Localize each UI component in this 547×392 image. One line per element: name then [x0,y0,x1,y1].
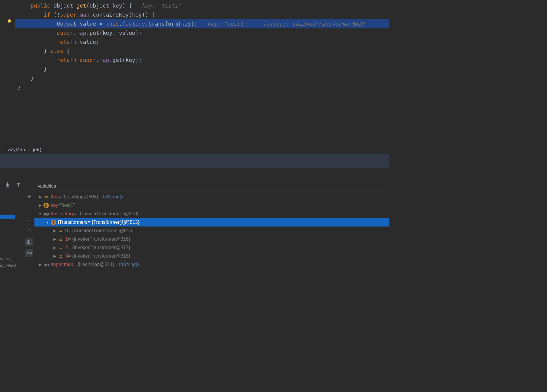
frame-label[interactable]: eyvalue) [0,262,18,269]
expand-icon[interactable]: ▶ [52,254,57,258]
object-icon: ≣ [58,236,63,242]
variable-row[interactable]: ▶ ≣ this = {LazyMap@808} … toString() [34,193,389,201]
intention-bulb-icon[interactable] [7,19,12,24]
code-line-current: Object value = this.factory.transform(ke… [15,19,389,28]
variable-row[interactable]: ▶ ≣ 3 = {InvokerTransformer@818} [34,252,389,260]
glasses-icon[interactable]: ⌀⌀ [25,249,33,257]
breadcrumb-class[interactable]: LazyMap [5,147,25,153]
code-line: if (!super.map.containsKey(key)) { [15,10,389,19]
chevron-up-icon[interactable] [27,217,31,223]
code-line: } [15,83,389,92]
debugger-toolbar-strip [0,168,389,181]
code-line: } [15,65,389,74]
variables-tree[interactable]: Variables ▶ ≣ this = {LazyMap@808} … toS… [34,181,389,269]
tostring-link[interactable]: toString() [119,262,139,267]
chevron-down-icon[interactable] [27,227,31,233]
object-icon: ≣ [43,194,49,200]
code-line: public Object get(Object key) { key: "te… [15,1,389,10]
object-icon: ≣ [58,228,63,233]
code-line: return super.map.get(key); [15,56,389,65]
frames-column[interactable]: value) eyvalue) [0,219,18,269]
debugger-toolbar-gap [0,154,389,168]
breadcrumb-sep-icon: › [27,147,29,153]
svg-point-0 [8,19,11,22]
copy-icon[interactable] [25,238,33,246]
field-icon: f [51,220,56,225]
variable-row[interactable]: ▾ ⌀⌀ this.factory = {ChainedTransformer@… [34,210,389,218]
variable-row[interactable]: ▶ ⌀⌀ super.map = {HashMap@811} … toStrin… [34,260,389,269]
expand-icon[interactable]: ▶ [52,237,57,241]
expand-icon[interactable]: ▶ [37,203,43,207]
filter-icon[interactable] [16,182,21,187]
code-area[interactable]: public Object get(Object key) { key: "te… [15,0,389,145]
object-icon: ≣ [58,245,63,250]
variables-panel: value) eyvalue) ⌀⌀ Variables ▶ ≣ this = … [0,181,389,269]
variable-row[interactable]: ▶ p key = "test1" [34,201,389,210]
glasses-icon: ⌀⌀ [43,211,49,217]
frames-toolstrip: value) eyvalue) [0,181,24,269]
code-line: } else { [15,47,389,56]
collapse-icon[interactable]: ▾ [37,212,43,216]
variables-toolstrip: ⌀⌀ [24,181,34,269]
variable-row[interactable]: ▶ ≣ 1 = {InvokerTransformer@816} [34,235,389,243]
variable-row-selected[interactable]: ▾ f iTransformers = {Transformer[4]@813} [34,218,389,227]
glasses-icon: ⌀⌀ [43,262,49,267]
parameter-icon: p [43,203,49,208]
variable-row[interactable]: ▶ ≣ 0 = {ConstantTransformer@815} [34,227,389,235]
expand-icon[interactable]: ▶ [52,229,57,233]
code-editor[interactable]: public Object get(Object key) { key: "te… [0,0,389,145]
breadcrumb[interactable]: LazyMap › get() [0,145,389,154]
variables-header: Variables [34,181,389,191]
plus-icon[interactable] [27,194,32,200]
breadcrumb-method[interactable]: get() [31,147,41,153]
collapse-icon[interactable]: ▾ [45,220,50,224]
code-line: } [15,74,389,83]
code-line: return value; [15,37,389,47]
download-icon[interactable] [5,182,10,187]
frame-selected-indicator [0,215,15,220]
variable-row[interactable]: ▶ ≣ 2 = {InvokerTransformer@817} [34,243,389,252]
code-line: super.map.put(key, value); [15,28,389,37]
svg-rect-1 [8,22,10,23]
expand-icon[interactable]: ▶ [52,246,57,250]
object-icon: ≣ [58,253,63,259]
tostring-link[interactable]: toString() [103,194,123,200]
expand-icon[interactable]: ▶ [37,195,43,199]
svg-rect-3 [29,240,31,243]
expand-icon[interactable]: ▶ [37,262,43,267]
editor-gutter [0,0,15,145]
frame-label[interactable]: value) [0,255,18,262]
